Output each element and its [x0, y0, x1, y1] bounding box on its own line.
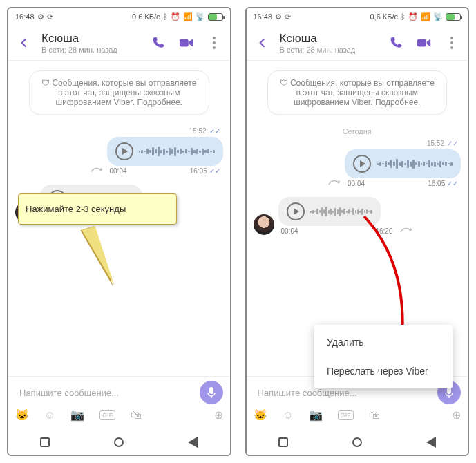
phone-screenshot-left: 16:48 ⚙ ⟳ 0,6 КБ/с ᛒ ⏰ 📶 📡 Ксюша В сети:… — [7, 7, 231, 456]
svg-point-1 — [213, 37, 216, 39]
double-check-icon: ✓✓ — [447, 140, 458, 147]
double-check-icon: ✓✓ — [209, 127, 220, 135]
encryption-notice[interactable]: 🛡 Сообщения, которые вы отправляете в эт… — [267, 70, 448, 115]
notice-more-link[interactable]: Подробнее. — [137, 97, 182, 107]
status-time: 16:48 — [15, 12, 35, 21]
battery-icon — [446, 13, 461, 21]
status-bar: 16:48 ⚙ ⟳ 0,6 КБ/с ᛒ ⏰ 📶 📡 — [8, 8, 230, 25]
sync-icon: ⟳ — [285, 12, 291, 21]
wifi-icon: 📡 — [433, 12, 443, 21]
svg-rect-0 — [179, 39, 188, 46]
contact-info[interactable]: Ксюша В сети: 28 мин. назад — [280, 32, 380, 54]
date-separator: Сегодня — [254, 127, 461, 135]
share-icon[interactable] — [328, 178, 341, 187]
svg-point-3 — [213, 46, 216, 49]
input-bar: Напишите сообщение... 🐱 ☺ 📷 GIF 🛍 ⊕ — [8, 376, 230, 430]
home-button[interactable] — [352, 437, 362, 447]
sticker-icon[interactable]: 🐱 — [15, 408, 29, 422]
contact-status: В сети: 28 мин. назад — [41, 46, 142, 54]
plus-icon[interactable]: ⊕ — [452, 408, 461, 422]
bluetooth-icon: ᛒ — [401, 12, 406, 21]
recents-button[interactable] — [40, 437, 50, 447]
battery-icon — [208, 13, 223, 21]
recents-button[interactable] — [278, 437, 288, 447]
chat-header: Ксюша В сети: 28 мин. назад — [8, 25, 230, 61]
emoji-icon[interactable]: ☺ — [44, 409, 55, 422]
sticker-icon[interactable]: 🐱 — [254, 408, 267, 422]
msg-time: 15:52 — [189, 127, 206, 135]
back-button[interactable] — [188, 437, 198, 448]
gif-icon[interactable]: GIF — [99, 410, 115, 420]
camera-icon[interactable]: 📷 — [309, 408, 323, 422]
data-rate: 0,6 КБ/с — [132, 12, 160, 21]
contact-name: Ксюша — [41, 32, 142, 46]
instruction-callout: Нажимайте 2-3 секунды — [18, 193, 177, 225]
phone-screenshot-right: 16:48 ⚙ ⟳ 0,6 КБ/с ᛒ ⏰ 📶 📡 Ксюша В сети:… — [245, 7, 470, 456]
signal-icon: 📶 — [183, 12, 193, 21]
double-check-icon: ✓✓ — [209, 167, 220, 175]
gear-icon: ⚙ — [275, 12, 282, 21]
emoji-icon[interactable]: ☺ — [283, 409, 294, 422]
waveform — [377, 157, 453, 171]
menu-delete[interactable]: Удалить — [314, 328, 453, 357]
waveform — [310, 205, 372, 218]
share-icon[interactable] — [400, 225, 412, 235]
phone-icon[interactable] — [389, 35, 404, 50]
video-icon[interactable] — [179, 35, 194, 50]
svg-rect-5 — [417, 39, 426, 46]
mic-button[interactable] — [200, 381, 223, 404]
message-input[interactable]: Напишите сообщение... — [15, 382, 194, 403]
signal-icon: 📶 — [421, 12, 430, 21]
chat-area[interactable]: 🛡 Сообщения, которые вы отправляете в эт… — [247, 61, 468, 376]
home-button[interactable] — [114, 437, 124, 447]
play-icon[interactable] — [115, 142, 133, 160]
wifi-icon: 📡 — [196, 12, 205, 21]
shield-icon: 🛡 — [280, 78, 288, 88]
alarm-icon: ⏰ — [408, 12, 418, 21]
android-nav — [8, 430, 230, 455]
context-menu: Удалить Переслать через Viber — [314, 325, 453, 388]
gear-icon: ⚙ — [37, 12, 44, 21]
encryption-notice[interactable]: 🛡 Сообщения, которые вы отправляете в эт… — [29, 70, 209, 115]
plus-icon[interactable]: ⊕ — [214, 408, 223, 422]
alarm-icon: ⏰ — [171, 12, 180, 21]
back-arrow-icon[interactable] — [255, 35, 270, 50]
back-arrow-icon[interactable] — [17, 35, 32, 50]
shield-icon: 🛡 — [41, 78, 50, 88]
back-button[interactable] — [426, 437, 436, 448]
sent-voice-message[interactable]: 00:0416:05 ✓✓ — [107, 137, 223, 175]
phone-icon[interactable] — [151, 35, 166, 50]
chat-header: Ксюша В сети: 28 мин. назад — [247, 25, 468, 61]
waveform — [139, 144, 215, 158]
notice-more-link[interactable]: Подробнее. — [375, 97, 421, 107]
sent-voice-message[interactable]: 00:0416:05 ✓✓ — [345, 149, 461, 187]
play-icon[interactable] — [287, 202, 305, 220]
more-icon[interactable] — [207, 35, 222, 50]
menu-forward[interactable]: Переслать через Viber — [314, 357, 453, 386]
svg-point-2 — [213, 41, 216, 44]
sync-icon: ⟳ — [47, 12, 53, 21]
recv-voice-message[interactable]: 00:0416:20 — [278, 197, 396, 235]
android-nav — [247, 430, 468, 455]
play-icon[interactable] — [353, 155, 371, 173]
svg-point-7 — [450, 41, 453, 44]
gif-icon[interactable]: GIF — [338, 410, 354, 420]
svg-point-6 — [450, 37, 453, 39]
avatar[interactable] — [254, 214, 274, 235]
share-icon[interactable] — [91, 165, 103, 175]
status-bar: 16:48 ⚙ ⟳ 0,6 КБ/с ᛒ ⏰ 📶 📡 — [247, 8, 468, 25]
video-icon[interactable] — [417, 35, 432, 50]
more-icon[interactable] — [444, 35, 459, 50]
shop-icon[interactable]: 🛍 — [369, 409, 380, 422]
shop-icon[interactable]: 🛍 — [131, 409, 142, 422]
camera-icon[interactable]: 📷 — [70, 408, 84, 422]
bluetooth-icon: ᛒ — [163, 12, 168, 21]
svg-rect-4 — [209, 387, 213, 394]
contact-info[interactable]: Ксюша В сети: 28 мин. назад — [41, 32, 142, 54]
svg-point-8 — [450, 46, 453, 49]
chat-area[interactable]: 🛡 Сообщения, которые вы отправляете в эт… — [8, 61, 230, 376]
